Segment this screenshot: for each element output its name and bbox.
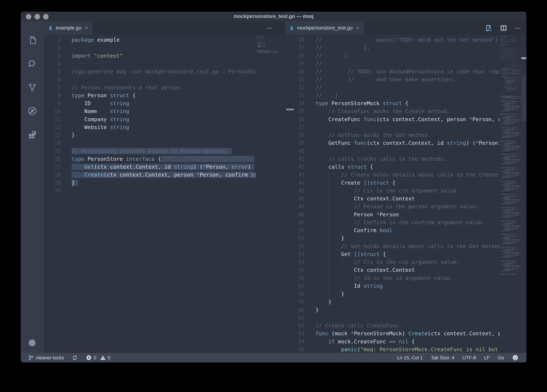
line-number[interactable]: 42 xyxy=(278,163,315,171)
scrollbar-slider[interactable] xyxy=(521,75,526,121)
line-number[interactable]: 15 xyxy=(44,147,72,155)
line-number[interactable]: 14 xyxy=(44,139,72,147)
line-number[interactable]: 57 xyxy=(278,282,315,290)
line-number[interactable]: 54 xyxy=(278,258,315,266)
line-number[interactable]: 4 xyxy=(44,60,72,68)
line-number[interactable]: 41 xyxy=(278,155,315,163)
line-number[interactable]: 33 xyxy=(278,92,315,99)
line-number[interactable]: 38 xyxy=(278,131,315,139)
tab-label: example.go xyxy=(56,25,82,31)
line-number[interactable]: 26 xyxy=(278,36,315,44)
feedback-smiley-button[interactable] xyxy=(512,355,518,361)
split-editor-icon[interactable] xyxy=(500,24,507,32)
line-number[interactable]: 35 xyxy=(278,107,315,115)
more-actions-icon[interactable]: ⋯ xyxy=(266,25,273,31)
source-control-icon[interactable] xyxy=(27,82,38,93)
branch-status[interactable]: cleaner-locks xyxy=(28,355,64,361)
line-number[interactable]: 51 xyxy=(278,234,315,242)
files-icon[interactable] xyxy=(27,35,38,45)
line-number[interactable]: 39 xyxy=(278,139,315,147)
sync-button[interactable] xyxy=(72,355,78,361)
line-number[interactable]: 58 xyxy=(278,290,315,298)
line-number[interactable]: 59 xyxy=(278,298,315,306)
line-number[interactable]: 40 xyxy=(278,147,315,155)
left-minimap[interactable]: package exampleimport "context"//go:gene… xyxy=(256,35,278,353)
right-minimap[interactable]: package examplemock calls func ctx conte… xyxy=(499,35,521,353)
extensions-icon[interactable] xyxy=(27,129,38,140)
line-number[interactable]: 55 xyxy=(278,266,315,274)
line-number[interactable]: 27 xyxy=(278,44,315,52)
line-number[interactable]: 45 xyxy=(278,187,315,195)
line-number[interactable]: 52 xyxy=(278,242,315,250)
line-number[interactable]: 46 xyxy=(278,195,315,203)
line-number[interactable]: 63 xyxy=(278,330,315,337)
tab-example-go[interactable]: example.go × xyxy=(44,21,93,35)
indent-guide xyxy=(328,187,329,195)
encoding-indicator[interactable]: UTF-8 xyxy=(462,355,476,361)
line-number[interactable]: 7 xyxy=(44,84,72,92)
language-mode[interactable]: Go xyxy=(498,355,504,361)
line-number[interactable]: 31 xyxy=(278,76,315,83)
close-window-button[interactable] xyxy=(26,14,31,20)
line-number[interactable]: 60 xyxy=(278,306,315,314)
search-icon[interactable] xyxy=(27,58,38,69)
line-number[interactable]: 17 xyxy=(44,163,72,171)
cursor-position[interactable]: Ln 15, Col 1 xyxy=(397,355,423,361)
settings-gear-icon[interactable] xyxy=(27,337,38,348)
right-code-area[interactable]: // panic("TODO: mock out the Get method"… xyxy=(315,35,499,353)
line-number[interactable]: 62 xyxy=(278,322,315,330)
line-number[interactable]: 53 xyxy=(278,250,315,258)
line-number[interactable]: 16 xyxy=(44,155,72,163)
close-icon[interactable]: × xyxy=(355,26,359,30)
line-number[interactable]: 10 xyxy=(44,107,72,115)
tab-size-indicator[interactable]: Tab Size: 4 xyxy=(431,355,455,361)
line-number[interactable]: 1 xyxy=(44,36,72,44)
tab-mockpersonstore-test-go[interactable]: mockpersonstore_test.go × xyxy=(285,21,364,35)
more-actions-icon[interactable]: ⋯ xyxy=(515,25,521,31)
indent-guide xyxy=(328,171,329,179)
line-number[interactable]: 65 xyxy=(278,346,315,353)
line-number[interactable]: 28 xyxy=(278,52,315,60)
problems-status[interactable]: 0 0 xyxy=(86,355,110,361)
line-number[interactable]: 19 xyxy=(44,179,72,187)
left-code-area[interactable]: package exampleimport "context"//go:gene… xyxy=(72,35,256,353)
left-line-numbers[interactable]: 1234567891011121314151617181920 xyxy=(44,35,72,353)
right-scrollbar[interactable] xyxy=(521,35,526,353)
right-line-numbers[interactable]: 2627282930313233343536373839404142434445… xyxy=(278,35,315,353)
line-number[interactable]: 49 xyxy=(278,219,315,227)
line-number[interactable]: 37 xyxy=(278,123,315,131)
line-number[interactable]: 36 xyxy=(278,116,315,123)
line-number[interactable]: 43 xyxy=(278,171,315,179)
minimize-window-button[interactable] xyxy=(34,14,40,20)
line-number[interactable]: 64 xyxy=(278,338,315,346)
line-number[interactable]: 2 xyxy=(44,44,72,52)
line-number[interactable]: 44 xyxy=(278,179,315,187)
zoom-window-button[interactable] xyxy=(43,14,49,20)
line-number[interactable]: 61 xyxy=(278,314,315,322)
code-line xyxy=(72,44,256,52)
eol-indicator[interactable]: LF xyxy=(484,355,490,361)
line-number[interactable]: 56 xyxy=(278,274,315,282)
line-number[interactable]: 29 xyxy=(278,60,315,68)
line-number[interactable]: 47 xyxy=(278,203,315,211)
search-file-icon[interactable] xyxy=(484,24,492,32)
line-number[interactable]: 30 xyxy=(278,68,315,76)
code-line: // } xyxy=(315,52,499,60)
code-line: //go:generate moq -out mockpersonstore_t… xyxy=(72,68,256,76)
line-number[interactable]: 48 xyxy=(278,211,315,219)
line-number[interactable]: 5 xyxy=(44,68,72,76)
line-number[interactable]: 3 xyxy=(44,52,72,60)
debug-icon[interactable] xyxy=(27,106,38,116)
line-number[interactable]: 8 xyxy=(44,92,72,99)
line-number[interactable]: 9 xyxy=(44,99,72,107)
line-number[interactable]: 11 xyxy=(44,116,72,123)
line-number[interactable]: 50 xyxy=(278,227,315,234)
line-number[interactable]: 34 xyxy=(278,99,315,107)
line-number[interactable]: 13 xyxy=(44,131,72,139)
line-number[interactable]: 18 xyxy=(44,171,72,179)
line-number[interactable]: 6 xyxy=(44,76,72,83)
line-number[interactable]: 12 xyxy=(44,123,72,131)
line-number[interactable]: 32 xyxy=(278,84,315,92)
close-icon[interactable]: × xyxy=(84,26,88,30)
line-number[interactable]: 20 xyxy=(44,187,72,195)
